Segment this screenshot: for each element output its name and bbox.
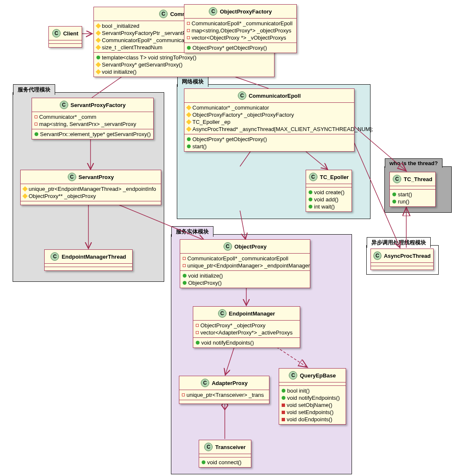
- class-objectproxy: CObjectProxy CommunicatorEpoll* _communi…: [180, 239, 310, 288]
- package-entity-label: 服务实体模块: [171, 226, 213, 237]
- class-icon: C: [201, 379, 209, 387]
- class-icon: C: [373, 251, 381, 260]
- class-icon: C: [209, 7, 217, 16]
- package-proxy-label: 服务代理模块: [13, 84, 55, 95]
- package-net-label: 网络模块: [177, 76, 208, 87]
- class-icon: C: [393, 175, 401, 183]
- class-icon: C: [309, 173, 317, 181]
- class-icon: C: [224, 242, 232, 251]
- class-client: CClient: [48, 26, 82, 48]
- class-endpointmanagerthread: CEndpointManagerThread: [44, 249, 133, 271]
- class-icon: C: [60, 101, 68, 109]
- class-icon: C: [159, 10, 168, 18]
- package-thread-label: who is the thread?: [385, 158, 442, 168]
- class-endpointmanager: CEndpointManager ObjectProxy* _objectPro…: [193, 306, 300, 348]
- class-transceiver: CTransceiver void connect(): [199, 440, 251, 468]
- class-icon: C: [218, 309, 227, 318]
- class-objectproxyfactory: CObjectProxyFactory CommunicatorEpoll* _…: [184, 4, 297, 53]
- class-tcthread: CTC_Thread start() run(): [389, 172, 436, 207]
- uml-diagram: 服务代理模块 网络模块 服务实体模块 who is the thread? 异步…: [4, 4, 461, 476]
- class-communicatorepoll: CCommunicatorEpoll Communicator* _commun…: [184, 88, 354, 152]
- package-async-label: 异步调用处理线程模块: [367, 237, 431, 248]
- class-icon: C: [238, 91, 246, 100]
- class-adapterproxy: CAdapterProxy unique_ptr<Transceiver> _t…: [179, 376, 269, 404]
- class-icon: C: [289, 371, 297, 380]
- class-asyncprocthread: CAsyncProcThread: [370, 249, 434, 270]
- class-icon: C: [68, 173, 76, 181]
- class-servantproxy: CServantProxy unique_ptr<EndpointManager…: [20, 170, 161, 205]
- class-icon: C: [52, 29, 61, 37]
- class-tcepoller: CTC_Epoller void create() void add() int…: [306, 170, 352, 212]
- class-queryepbase: CQueryEpBase bool init() void notifyEndp…: [279, 368, 346, 425]
- class-icon: C: [204, 443, 213, 451]
- class-icon: C: [51, 252, 59, 261]
- class-servantproxyfactory: CServantProxyFactory Communicator* _comm…: [32, 98, 154, 139]
